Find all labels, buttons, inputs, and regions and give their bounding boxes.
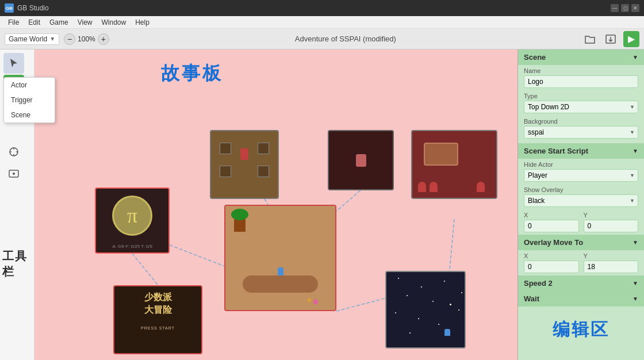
show-overlay-label: Show Overlay	[524, 186, 638, 193]
toolbar-actions: ▶	[582, 31, 639, 47]
menu-window[interactable]: Window	[97, 17, 131, 28]
canvas-area[interactable]: 故事板 Logo π A: 0/9 F: 0/25 T: 0/9	[34, 49, 518, 360]
move-x-input[interactable]	[524, 261, 579, 273]
logo-stats: A: 0/9 F: 0/25 T: 0/9	[96, 243, 168, 250]
stars-scene[interactable]: Stars	[385, 271, 466, 348]
svg-line-8	[336, 297, 391, 311]
paint-tool-button[interactable]	[3, 141, 24, 162]
world-dropdown[interactable]: Game World ▼	[5, 33, 59, 45]
scene-header-label: Scene	[524, 53, 546, 62]
zoom-out-button[interactable]: −	[64, 33, 75, 45]
play-button[interactable]: ▶	[623, 31, 639, 47]
editor-area-label: 编辑区	[518, 307, 644, 353]
zoom-controls: − 100% +	[64, 33, 109, 45]
move-y-field: Y	[584, 252, 639, 273]
overlay-y-field: Y	[584, 212, 639, 232]
overlay-y-label: Y	[584, 212, 639, 219]
title-line2: 大冒险	[119, 304, 197, 316]
cursor-tool-button[interactable]	[3, 53, 24, 74]
outside-scene[interactable]: Outside	[224, 205, 336, 311]
move-y-label: Y	[584, 252, 639, 259]
scene-tool-button[interactable]	[3, 163, 24, 184]
export-button[interactable]	[603, 31, 619, 47]
left-toolbar: + Actor Trigger Scene 工具栏	[0, 49, 34, 360]
background-select-wrap: sspai	[524, 126, 638, 139]
title-content: 少数派 大冒险	[114, 286, 201, 321]
scene-script-header: Scene Start Script ▼	[518, 143, 644, 159]
overlay-move-label: Overlay Move To	[524, 238, 583, 247]
overlay-position-row: X Y	[518, 209, 644, 235]
open-folder-button[interactable]	[582, 31, 598, 47]
house-scene[interactable]: House	[210, 130, 279, 199]
hide-actor-select[interactable]: Player	[524, 169, 638, 182]
menu-game[interactable]: Game	[45, 17, 73, 28]
window-controls: — ◻ ✕	[611, 4, 639, 12]
app-title: GB Studio	[17, 4, 611, 12]
name-input[interactable]	[524, 75, 638, 88]
overlay-y-input[interactable]	[584, 220, 639, 232]
scene-panel-header: Scene ▼	[518, 49, 644, 65]
background-field-container: Background sspai	[518, 116, 644, 141]
zoom-in-button[interactable]: +	[98, 33, 109, 45]
restore-button[interactable]: ◻	[621, 4, 629, 12]
overlay-x-input[interactable]	[524, 220, 579, 232]
overlay-x-field: X	[524, 212, 579, 232]
storyboard-label: 故事板	[161, 61, 223, 86]
logo-circle: π	[112, 196, 152, 236]
name-field-container: Name	[518, 65, 644, 90]
type-select[interactable]: Top Down 2D Platform Adventure	[524, 101, 638, 113]
type-label: Type	[524, 93, 638, 99]
move-y-input[interactable]	[584, 261, 639, 273]
project-title: Adventure of SSPAI (modified)	[114, 35, 577, 43]
svg-point-3	[13, 173, 15, 175]
name-label: Name	[524, 67, 638, 74]
scene-script-label: Scene Start Script	[524, 147, 588, 155]
wait-label: Wait	[524, 294, 539, 303]
menu-view[interactable]: View	[73, 17, 97, 28]
title-line1: 少数派	[119, 291, 197, 304]
app-icon: GB	[5, 3, 14, 13]
pi-symbol: π	[127, 204, 137, 228]
logo-scene[interactable]: Logo π A: 0/9 F: 0/25 T: 0/9	[95, 187, 170, 254]
press-start-text: PRESS START	[114, 326, 201, 330]
add-actor-menu-item[interactable]: Actor	[4, 78, 55, 93]
add-trigger-menu-item[interactable]: Trigger	[4, 93, 55, 108]
svg-line-5	[132, 254, 158, 285]
titlebar: GB GB Studio — ◻ ✕	[0, 0, 644, 16]
move-x-field: X	[524, 252, 579, 273]
hide-actor-label: Hide Actor	[524, 161, 638, 168]
minimize-button[interactable]: —	[611, 4, 619, 12]
show-overlay-container: Show Overlay Black White	[518, 184, 644, 209]
speed-label: Speed 2	[524, 279, 553, 288]
menu-file[interactable]: File	[3, 17, 24, 28]
toolbar: Game World ▼ − 100% + Adventure of SSPAI…	[0, 29, 644, 49]
wait-chevron-icon: ▼	[632, 296, 638, 302]
type-field-container: Type Top Down 2D Platform Adventure	[518, 90, 644, 116]
overlay-x-label: X	[524, 212, 579, 219]
menu-help[interactable]: Help	[131, 17, 154, 28]
type-select-wrap: Top Down 2D Platform Adventure	[524, 101, 638, 113]
title-scene[interactable]: 少数派 大冒险 PRESS START	[113, 285, 202, 354]
underground-scene[interactable]: Underground	[411, 130, 497, 199]
main-area: + Actor Trigger Scene 工具栏 故事板	[0, 49, 644, 360]
right-panel: Scene ▼ Name Type Top Down 2D Platform A…	[518, 49, 644, 360]
add-scene-menu-item[interactable]: Scene	[4, 108, 55, 122]
menu-edit[interactable]: Edit	[24, 17, 45, 28]
cave-scene[interactable]: Cave	[328, 130, 394, 190]
zoom-level: 100%	[78, 35, 95, 43]
speed-chevron-icon: ▼	[632, 280, 638, 286]
hide-actor-select-wrap: Player	[524, 169, 638, 182]
show-overlay-select[interactable]: Black White	[524, 194, 638, 207]
add-menu: Actor Trigger Scene	[3, 77, 55, 123]
house-inner	[211, 131, 278, 198]
menubar: File Edit Game View Window Help	[0, 16, 644, 29]
background-label: Background	[524, 118, 638, 125]
wait-header: Wait ▼	[518, 291, 644, 307]
panel-chevron-down-icon: ▼	[632, 54, 638, 60]
close-button[interactable]: ✕	[631, 4, 639, 12]
move-to-row: X Y	[518, 250, 644, 275]
background-select[interactable]: sspai	[524, 126, 638, 139]
overlay-move-header: Overlay Move To ▼	[518, 235, 644, 250]
script-chevron-icon: ▼	[632, 148, 638, 154]
speed-header: Speed 2 ▼	[518, 275, 644, 291]
